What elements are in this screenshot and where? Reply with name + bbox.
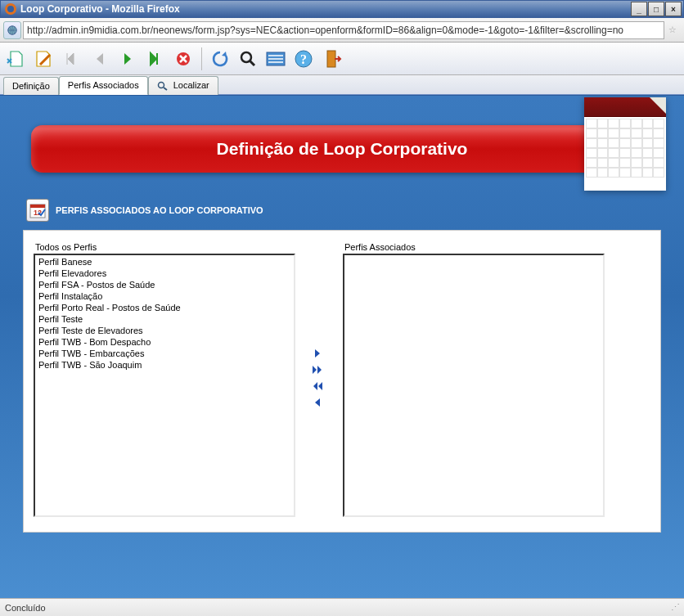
status-text: Concluído <box>5 603 46 613</box>
list-item[interactable]: Perfil TWB - Bom Despacho <box>36 336 293 348</box>
remove-one-button[interactable] <box>310 396 325 409</box>
search-button[interactable] <box>235 46 261 72</box>
site-identity-button[interactable] <box>3 21 21 39</box>
add-one-button[interactable] <box>310 347 325 360</box>
form-tab-strip: Definição Perfis Associados Localizar <box>0 75 684 95</box>
bookmark-star-icon[interactable]: ☆ <box>664 25 681 35</box>
window-title: Loop Corporativo - Mozilla Firefox <box>20 3 630 15</box>
associated-profiles-listbox[interactable] <box>343 254 605 517</box>
app-toolbar: ? <box>0 43 684 75</box>
svg-point-1 <box>7 6 14 12</box>
exit-button[interactable] <box>318 46 344 72</box>
resize-grip[interactable]: ⋰ <box>671 602 679 613</box>
edit-button[interactable] <box>31 46 57 72</box>
svg-rect-11 <box>30 205 45 208</box>
list-item[interactable]: Perfil Teste <box>36 313 293 325</box>
next-button[interactable] <box>115 46 141 72</box>
list-item[interactable]: Perfil TWB - São Joaquim <box>36 359 293 371</box>
list-item[interactable]: Perfil Teste de Elevadores <box>36 325 293 336</box>
list-button[interactable] <box>263 46 289 72</box>
search-icon <box>157 81 169 91</box>
url-input[interactable]: http://admin.in9midia.com.br/neonews/for… <box>23 21 664 39</box>
add-all-button[interactable] <box>310 363 325 376</box>
status-bar: Concluído ⋰ <box>0 598 684 616</box>
svg-text:?: ? <box>300 52 307 66</box>
associated-profiles-label: Perfis Associados <box>344 242 603 252</box>
section-heading: 12 PERFIS ASSOCIADOS AO LOOP CORPORATIVO <box>26 199 669 222</box>
tab-definicao[interactable]: Definição <box>3 77 59 95</box>
profile-association-panel: Todos os Perfis Perfil BanesePerfil Elev… <box>23 230 661 533</box>
svg-rect-8 <box>327 51 335 67</box>
list-item[interactable]: Perfil Elevadores <box>36 268 293 279</box>
window-titlebar: Loop Corporativo - Mozilla Firefox _ □ × <box>0 0 684 18</box>
list-item[interactable]: Perfil Instalação <box>36 290 293 302</box>
remove-all-button[interactable] <box>310 380 325 393</box>
svg-point-9 <box>158 83 164 88</box>
url-text: http://admin.in9midia.com.br/neonews/for… <box>27 25 623 36</box>
tab-localizar[interactable]: Localizar <box>148 76 218 95</box>
list-item[interactable]: Perfil FSA - Postos de Saúde <box>36 279 293 290</box>
maximize-button[interactable]: □ <box>648 2 664 16</box>
section-heading-text: PERFIS ASSOCIADOS AO LOOP CORPORATIVO <box>56 205 263 215</box>
close-button[interactable]: × <box>665 2 682 16</box>
tab-label: Localizar <box>173 80 209 90</box>
last-button[interactable] <box>142 46 169 72</box>
page-title-banner: Definição de Loop Corporativo <box>31 125 653 173</box>
calendar-decoration <box>584 97 666 191</box>
content-area: Definição de Loop Corporativo 12 PERFIS … <box>0 95 684 598</box>
delete-button[interactable] <box>170 46 196 72</box>
list-item[interactable]: Perfil TWB - Embarcações <box>36 348 293 359</box>
all-profiles-label: Todos os Perfis <box>35 242 294 252</box>
calendar-check-icon: 12 <box>26 199 49 222</box>
list-item[interactable]: Perfil Banese <box>36 256 293 268</box>
list-item[interactable]: Perfil Porto Real - Postos de Saúde <box>36 302 293 313</box>
separator <box>201 47 202 70</box>
firefox-icon <box>4 2 17 16</box>
refresh-button[interactable] <box>207 46 233 72</box>
tab-label: Definição <box>12 81 50 91</box>
previous-button[interactable] <box>87 46 113 72</box>
minimize-button[interactable]: _ <box>631 2 647 16</box>
tab-perfis-associados[interactable]: Perfis Associados <box>59 76 148 95</box>
tab-label: Perfis Associados <box>68 80 139 90</box>
help-button[interactable]: ? <box>290 46 317 72</box>
all-profiles-listbox[interactable]: Perfil BanesePerfil ElevadoresPerfil FSA… <box>34 254 295 517</box>
new-button[interactable] <box>3 46 29 72</box>
page-title: Definição de Loop Corporativo <box>217 139 468 159</box>
address-bar: http://admin.in9midia.com.br/neonews/for… <box>0 18 684 43</box>
first-button[interactable] <box>59 46 85 72</box>
